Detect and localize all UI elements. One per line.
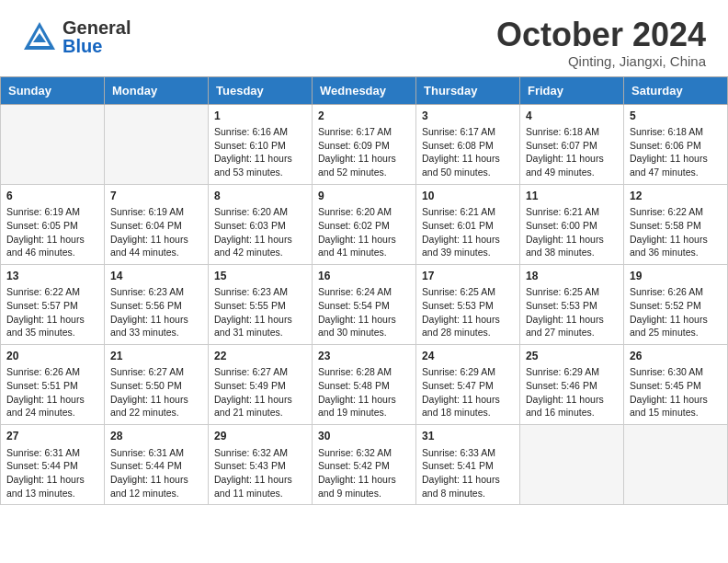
day-number: 11 bbox=[526, 189, 619, 204]
calendar-table: SundayMondayTuesdayWednesdayThursdayFrid… bbox=[0, 76, 728, 506]
calendar-cell: 17Sunrise: 6:25 AM Sunset: 5:53 PM Dayli… bbox=[416, 264, 520, 344]
day-info: Sunrise: 6:20 AM Sunset: 6:03 PM Dayligh… bbox=[214, 205, 307, 259]
calendar-cell: 27Sunrise: 6:31 AM Sunset: 5:44 PM Dayli… bbox=[1, 425, 105, 505]
day-info: Sunrise: 6:19 AM Sunset: 6:04 PM Dayligh… bbox=[110, 205, 203, 259]
day-info: Sunrise: 6:27 AM Sunset: 5:50 PM Dayligh… bbox=[110, 365, 203, 419]
logo-name: General Blue bbox=[63, 18, 131, 55]
day-number: 20 bbox=[6, 349, 99, 364]
day-info: Sunrise: 6:31 AM Sunset: 5:44 PM Dayligh… bbox=[110, 446, 203, 500]
calendar-cell: 11Sunrise: 6:21 AM Sunset: 6:00 PM Dayli… bbox=[520, 184, 624, 264]
logo-general-text: General bbox=[63, 18, 131, 37]
day-number: 27 bbox=[6, 429, 99, 444]
day-info: Sunrise: 6:21 AM Sunset: 6:00 PM Dayligh… bbox=[526, 205, 619, 259]
day-info: Sunrise: 6:24 AM Sunset: 5:54 PM Dayligh… bbox=[318, 285, 411, 339]
day-info: Sunrise: 6:25 AM Sunset: 5:53 PM Dayligh… bbox=[422, 285, 515, 339]
title-block: October 2024 Qinting, Jiangxi, China bbox=[496, 17, 706, 69]
day-number: 17 bbox=[422, 269, 515, 284]
calendar-cell: 8Sunrise: 6:20 AM Sunset: 6:03 PM Daylig… bbox=[209, 184, 313, 264]
calendar-cell: 15Sunrise: 6:23 AM Sunset: 5:55 PM Dayli… bbox=[209, 264, 313, 344]
day-info: Sunrise: 6:17 AM Sunset: 6:09 PM Dayligh… bbox=[318, 125, 411, 179]
day-info: Sunrise: 6:29 AM Sunset: 5:47 PM Dayligh… bbox=[422, 365, 515, 419]
day-number: 10 bbox=[422, 189, 515, 204]
day-of-week-sunday: Sunday bbox=[1, 76, 105, 104]
day-info: Sunrise: 6:23 AM Sunset: 5:56 PM Dayligh… bbox=[110, 285, 203, 339]
location: Qinting, Jiangxi, China bbox=[496, 53, 706, 69]
calendar-cell: 4Sunrise: 6:18 AM Sunset: 6:07 PM Daylig… bbox=[520, 104, 624, 184]
day-number: 21 bbox=[110, 349, 203, 364]
day-number: 30 bbox=[318, 429, 411, 444]
calendar-cell bbox=[520, 425, 624, 505]
day-info: Sunrise: 6:26 AM Sunset: 5:52 PM Dayligh… bbox=[630, 285, 722, 339]
calendar-week-row: 6Sunrise: 6:19 AM Sunset: 6:05 PM Daylig… bbox=[1, 184, 728, 264]
calendar-cell: 13Sunrise: 6:22 AM Sunset: 5:57 PM Dayli… bbox=[1, 264, 105, 344]
day-of-week-tuesday: Tuesday bbox=[209, 76, 313, 104]
calendar-cell: 6Sunrise: 6:19 AM Sunset: 6:05 PM Daylig… bbox=[1, 184, 105, 264]
day-number: 3 bbox=[422, 109, 515, 124]
calendar-cell: 9Sunrise: 6:20 AM Sunset: 6:02 PM Daylig… bbox=[313, 184, 416, 264]
day-info: Sunrise: 6:17 AM Sunset: 6:08 PM Dayligh… bbox=[422, 125, 515, 179]
day-of-week-saturday: Saturday bbox=[624, 76, 728, 104]
calendar-cell: 23Sunrise: 6:28 AM Sunset: 5:48 PM Dayli… bbox=[313, 345, 416, 425]
day-number: 29 bbox=[214, 429, 307, 444]
calendar-cell: 16Sunrise: 6:24 AM Sunset: 5:54 PM Dayli… bbox=[313, 264, 416, 344]
day-info: Sunrise: 6:22 AM Sunset: 5:57 PM Dayligh… bbox=[6, 285, 99, 339]
day-info: Sunrise: 6:18 AM Sunset: 6:07 PM Dayligh… bbox=[526, 125, 619, 179]
day-info: Sunrise: 6:22 AM Sunset: 5:58 PM Dayligh… bbox=[630, 205, 722, 259]
day-info: Sunrise: 6:33 AM Sunset: 5:41 PM Dayligh… bbox=[422, 446, 515, 500]
calendar-cell: 29Sunrise: 6:32 AM Sunset: 5:43 PM Dayli… bbox=[209, 425, 313, 505]
calendar-cell bbox=[105, 104, 209, 184]
calendar-cell: 14Sunrise: 6:23 AM Sunset: 5:56 PM Dayli… bbox=[105, 264, 209, 344]
calendar-cell: 10Sunrise: 6:21 AM Sunset: 6:01 PM Dayli… bbox=[416, 184, 520, 264]
day-of-week-friday: Friday bbox=[520, 76, 624, 104]
calendar-cell: 18Sunrise: 6:25 AM Sunset: 5:53 PM Dayli… bbox=[520, 264, 624, 344]
day-number: 2 bbox=[318, 109, 411, 124]
day-info: Sunrise: 6:19 AM Sunset: 6:05 PM Dayligh… bbox=[6, 205, 99, 259]
calendar-cell bbox=[1, 104, 105, 184]
day-info: Sunrise: 6:25 AM Sunset: 5:53 PM Dayligh… bbox=[526, 285, 619, 339]
day-info: Sunrise: 6:32 AM Sunset: 5:43 PM Dayligh… bbox=[214, 446, 307, 500]
day-number: 24 bbox=[422, 349, 515, 364]
day-number: 22 bbox=[214, 349, 307, 364]
day-number: 31 bbox=[422, 429, 515, 444]
day-info: Sunrise: 6:31 AM Sunset: 5:44 PM Dayligh… bbox=[6, 446, 99, 500]
day-number: 13 bbox=[6, 269, 99, 284]
calendar-cell: 7Sunrise: 6:19 AM Sunset: 6:04 PM Daylig… bbox=[105, 184, 209, 264]
calendar-cell: 20Sunrise: 6:26 AM Sunset: 5:51 PM Dayli… bbox=[1, 345, 105, 425]
calendar-cell: 3Sunrise: 6:17 AM Sunset: 6:08 PM Daylig… bbox=[416, 104, 520, 184]
day-number: 1 bbox=[214, 109, 307, 124]
calendar-cell: 24Sunrise: 6:29 AM Sunset: 5:47 PM Dayli… bbox=[416, 345, 520, 425]
day-number: 16 bbox=[318, 269, 411, 284]
day-number: 6 bbox=[6, 189, 99, 204]
calendar-week-row: 1Sunrise: 6:16 AM Sunset: 6:10 PM Daylig… bbox=[1, 104, 728, 184]
calendar-cell: 2Sunrise: 6:17 AM Sunset: 6:09 PM Daylig… bbox=[313, 104, 416, 184]
day-info: Sunrise: 6:23 AM Sunset: 5:55 PM Dayligh… bbox=[214, 285, 307, 339]
calendar-week-row: 27Sunrise: 6:31 AM Sunset: 5:44 PM Dayli… bbox=[1, 425, 728, 505]
day-number: 28 bbox=[110, 429, 203, 444]
logo: General Blue bbox=[22, 17, 131, 57]
day-info: Sunrise: 6:28 AM Sunset: 5:48 PM Dayligh… bbox=[318, 365, 411, 419]
day-info: Sunrise: 6:30 AM Sunset: 5:45 PM Dayligh… bbox=[630, 365, 722, 419]
page: General Blue October 2024 Qinting, Jiang… bbox=[0, 0, 728, 563]
day-number: 5 bbox=[630, 109, 722, 124]
day-info: Sunrise: 6:32 AM Sunset: 5:42 PM Dayligh… bbox=[318, 446, 411, 500]
day-number: 25 bbox=[526, 349, 619, 364]
calendar-cell: 25Sunrise: 6:29 AM Sunset: 5:46 PM Dayli… bbox=[520, 345, 624, 425]
day-number: 15 bbox=[214, 269, 307, 284]
calendar-cell: 21Sunrise: 6:27 AM Sunset: 5:50 PM Dayli… bbox=[105, 345, 209, 425]
day-of-week-wednesday: Wednesday bbox=[313, 76, 416, 104]
day-number: 18 bbox=[526, 269, 619, 284]
calendar-cell: 28Sunrise: 6:31 AM Sunset: 5:44 PM Dayli… bbox=[105, 425, 209, 505]
day-info: Sunrise: 6:26 AM Sunset: 5:51 PM Dayligh… bbox=[6, 365, 99, 419]
month-year: October 2024 bbox=[496, 17, 706, 53]
day-info: Sunrise: 6:29 AM Sunset: 5:46 PM Dayligh… bbox=[526, 365, 619, 419]
calendar-header-row: SundayMondayTuesdayWednesdayThursdayFrid… bbox=[1, 76, 728, 104]
calendar-cell: 30Sunrise: 6:32 AM Sunset: 5:42 PM Dayli… bbox=[313, 425, 416, 505]
day-number: 4 bbox=[526, 109, 619, 124]
calendar-cell: 5Sunrise: 6:18 AM Sunset: 6:06 PM Daylig… bbox=[624, 104, 728, 184]
calendar-cell: 1Sunrise: 6:16 AM Sunset: 6:10 PM Daylig… bbox=[209, 104, 313, 184]
header: General Blue October 2024 Qinting, Jiang… bbox=[0, 0, 728, 76]
day-info: Sunrise: 6:21 AM Sunset: 6:01 PM Dayligh… bbox=[422, 205, 515, 259]
logo-blue-text: Blue bbox=[63, 37, 131, 55]
day-number: 19 bbox=[630, 269, 722, 284]
day-number: 14 bbox=[110, 269, 203, 284]
